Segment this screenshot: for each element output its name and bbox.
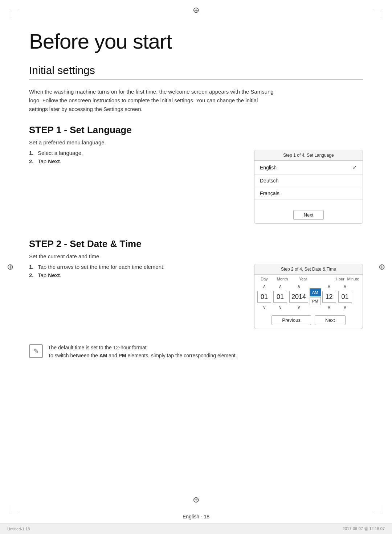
note-line2: To switch between the AM and PM elements…: [48, 353, 237, 358]
crosshair-top-icon: ⊕: [191, 5, 201, 15]
minute-label: Minute: [347, 277, 360, 281]
lang-english[interactable]: English ✓: [254, 161, 363, 174]
step1-section: STEP 1 - Set Language Set a preferred me…: [29, 124, 363, 224]
step2-title: STEP 2 - Set Date & Time: [29, 238, 363, 250]
year-up-button[interactable]: ∧: [293, 283, 305, 290]
footer-text: English - 18: [183, 514, 209, 519]
language-panel-header: Step 1 of 4. Set Language: [254, 150, 363, 161]
day-value: 01: [257, 291, 271, 303]
step1-list: 1. Select a language. 2. Tap Next.: [29, 150, 240, 164]
bottom-bar-right: 2017-06-07 월 12:18:07: [343, 526, 385, 531]
crosshair-bottom-icon: ⊕: [191, 495, 201, 505]
datetime-panel-header: Step 2 of 4. Set Date & Time: [254, 264, 363, 275]
lang-spacer: [254, 200, 363, 206]
day-up-button[interactable]: ∧: [258, 283, 270, 290]
datetime-labels: Day Month Year Hour Minute: [254, 275, 363, 281]
bottom-bar: Untitled-1 18 2017-06-07 월 12:18:07: [0, 523, 392, 534]
step2-instruction-2: 2. Tap Next.: [29, 272, 240, 278]
datetime-panel: Step 2 of 4. Set Date & Time Day Month Y…: [254, 264, 363, 329]
year-label: Year: [294, 277, 313, 281]
datetime-labels-left: Day Month Year: [257, 277, 313, 281]
day-label: Day: [257, 277, 271, 281]
step2-instruction-1: 1. Tap the arrows to set the time for ea…: [29, 264, 240, 270]
year-value: 2014: [289, 291, 308, 303]
pm-button[interactable]: PM: [310, 297, 321, 305]
note-icon: ✎: [29, 344, 43, 358]
am-button[interactable]: AM: [310, 288, 321, 296]
datetime-footer: Previous Next: [254, 312, 363, 329]
lang-deutsch[interactable]: Deutsch: [254, 174, 363, 187]
step1-content: 1. Select a language. 2. Tap Next. Step …: [29, 150, 363, 224]
day-down-button[interactable]: ∨: [258, 304, 270, 311]
hour-col: ∧ 12 ∨: [322, 283, 336, 311]
year-down-button[interactable]: ∨: [293, 304, 305, 311]
crosshair-left-icon: ⊕: [5, 262, 15, 272]
datetime-body: ∧ 01 ∨ ∧ 01 ∨ ∧ 2014: [254, 281, 363, 312]
month-label: Month: [275, 277, 289, 281]
corner-bl: [11, 505, 18, 512]
step2-next-button[interactable]: Next: [315, 315, 346, 325]
page-footer: English - 18: [0, 514, 392, 519]
month-col: ∧ 01 ∨: [273, 283, 287, 311]
hour-value: 12: [322, 291, 336, 303]
month-up-button[interactable]: ∧: [274, 283, 286, 290]
lang-francais-label: Français: [260, 190, 279, 196]
step2-list: 1. Tap the arrows to set the time for ea…: [29, 264, 240, 278]
year-col: ∧ 2014 ∨: [289, 283, 308, 311]
step1-instruction-1: 1. Select a language.: [29, 150, 240, 156]
note-line1: The default time is set to the 12-hour f…: [48, 345, 148, 350]
day-col: ∧ 01 ∨: [257, 283, 271, 311]
section-heading: Initial settings: [29, 64, 363, 80]
language-panel-footer: Next: [254, 206, 363, 223]
datetime-labels-right: Hour Minute: [334, 277, 360, 281]
step2-subtitle: Set the current date and time.: [29, 253, 363, 259]
minute-down-button[interactable]: ∨: [339, 304, 351, 311]
lang-francais[interactable]: Français: [254, 187, 363, 200]
step1-next-button[interactable]: Next: [293, 210, 324, 220]
bottom-bar-left: Untitled-1 18: [7, 527, 30, 531]
note-box: ✎ The default time is set to the 12-hour…: [29, 344, 341, 360]
step2-content: 1. Tap the arrows to set the time for ea…: [29, 264, 363, 329]
language-panel: Step 1 of 4. Set Language English ✓ Deut…: [254, 150, 363, 224]
minute-value: 01: [338, 291, 352, 303]
page-container: ⊕ ⊕ ⊕ ⊕ Before you start Initial setting…: [0, 0, 392, 534]
lang-deutsch-label: Deutsch: [260, 178, 278, 184]
minute-up-button[interactable]: ∧: [339, 283, 351, 290]
corner-br: [374, 505, 381, 512]
crosshair-right-icon: ⊕: [377, 262, 387, 272]
hour-down-button[interactable]: ∨: [323, 304, 335, 311]
step1-instruction-2: 2. Tap Next.: [29, 158, 240, 164]
step1-instructions: 1. Select a language. 2. Tap Next.: [29, 150, 240, 167]
step1-subtitle: Set a preferred menu language.: [29, 139, 363, 145]
month-down-button[interactable]: ∨: [274, 304, 286, 311]
note-text: The default time is set to the 12-hour f…: [48, 344, 237, 360]
step2-section: STEP 2 - Set Date & Time Set the current…: [29, 238, 363, 329]
step2-instructions: 1. Tap the arrows to set the time for ea…: [29, 264, 240, 280]
lang-english-check: ✓: [352, 164, 357, 171]
hour-up-button[interactable]: ∧: [323, 283, 335, 290]
corner-tr: [374, 11, 381, 18]
intro-text: When the washing machine turns on for th…: [29, 87, 276, 114]
main-title: Before you start: [29, 29, 363, 53]
lang-english-label: English: [260, 165, 277, 171]
step2-prev-button[interactable]: Previous: [271, 315, 311, 325]
hour-label: Hour: [334, 277, 347, 281]
step1-title: STEP 1 - Set Language: [29, 124, 363, 136]
minute-col: ∧ 01 ∨: [338, 283, 352, 311]
ampm-col: AM PM: [310, 288, 321, 305]
month-value: 01: [273, 291, 287, 303]
corner-tl: [11, 11, 18, 18]
